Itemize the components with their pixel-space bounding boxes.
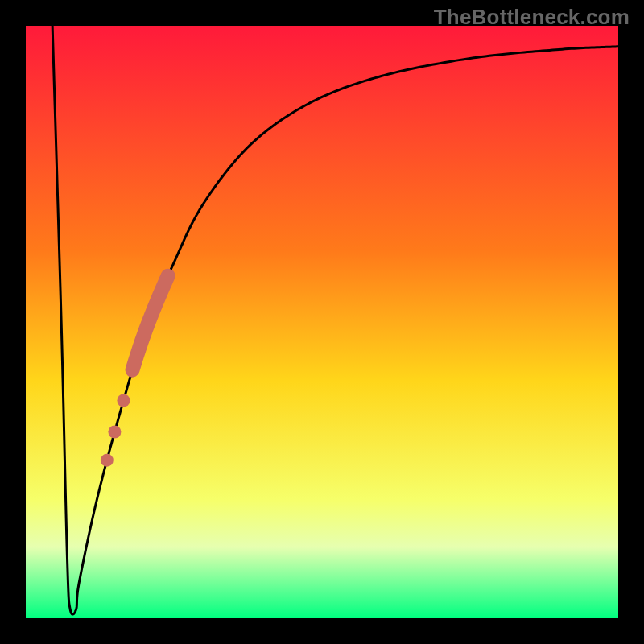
highlight-dot-2 <box>101 454 114 467</box>
plot-area <box>26 26 618 618</box>
gradient-background <box>26 26 618 618</box>
bottleneck-curve-chart <box>26 26 618 618</box>
highlight-dot-0 <box>117 394 130 407</box>
highlight-dot-1 <box>108 426 121 439</box>
chart-frame: TheBottleneck.com <box>0 0 644 644</box>
